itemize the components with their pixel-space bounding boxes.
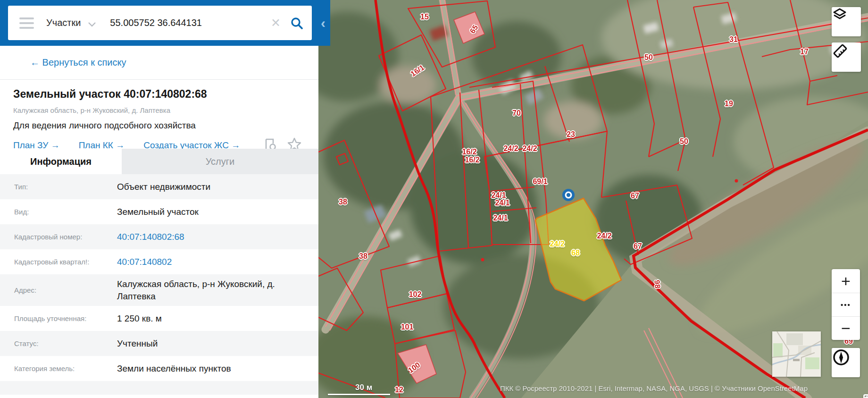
row-value: Земли населённых пунктов bbox=[117, 359, 245, 379]
row-label: Тип: bbox=[0, 179, 117, 195]
parcel-label-24-1[interactable]: 24/1 bbox=[495, 199, 509, 207]
parcel-label-16-2[interactable]: 16/2 bbox=[465, 156, 479, 164]
panel-tabs: ИнформацияУслуги bbox=[0, 149, 318, 174]
table-row-partial bbox=[0, 381, 318, 395]
ruler-icon bbox=[832, 42, 849, 59]
page-title: Земельный участок 40:07:140802:68 bbox=[13, 88, 305, 101]
chevron-down-icon[interactable] bbox=[88, 22, 96, 27]
overview-minimap[interactable] bbox=[772, 331, 821, 377]
parcel-label-16-2[interactable]: 16/2 bbox=[462, 148, 476, 156]
parcel-label-68[interactable]: 68 bbox=[571, 249, 580, 257]
parcel-label-98[interactable]: 98 bbox=[652, 279, 661, 288]
row-label: Адрес: bbox=[0, 282, 117, 298]
parcel-label-65[interactable]: 65 bbox=[468, 24, 480, 35]
row-value: 1 250 кв. м bbox=[117, 309, 176, 329]
row-value: Учтенный bbox=[117, 334, 172, 354]
parcel-label-17[interactable]: 17 bbox=[800, 48, 809, 56]
menu-icon[interactable] bbox=[19, 17, 34, 29]
tab-услуги[interactable]: Услуги bbox=[122, 149, 318, 174]
row-value: Калужская область, р-н Жуковский, д. Лап… bbox=[117, 274, 318, 306]
parcel-label-23[interactable]: 23 bbox=[567, 130, 575, 139]
parcel-label-102[interactable]: 102 bbox=[409, 290, 422, 299]
row-label: Статус: bbox=[0, 336, 117, 351]
search-result-marker[interactable] bbox=[562, 188, 575, 202]
more-tools-button[interactable]: ••• bbox=[832, 293, 860, 316]
row-label: Вид: bbox=[0, 204, 117, 220]
attributes-table: Тип:Объект недвижимостиВид:Земельный уча… bbox=[0, 174, 318, 395]
map-attribution: ПКК © Росреестр 2010-2021 | Esri, Interm… bbox=[500, 384, 808, 392]
search-icon[interactable] bbox=[290, 17, 303, 30]
table-row: Кадастровый квартал!:40:07:140802 bbox=[0, 249, 318, 274]
table-row: Тип:Объект недвижимости bbox=[0, 174, 318, 199]
parcel-label-24-2[interactable]: 24/2 bbox=[522, 144, 537, 153]
minimap-graphic bbox=[772, 331, 821, 377]
back-row: ← Вернуться к списку bbox=[0, 46, 318, 80]
collapse-panel-button[interactable]: ‹ bbox=[316, 0, 330, 46]
layers-button[interactable] bbox=[832, 7, 861, 36]
parcel-label-24-2[interactable]: 24/2 bbox=[503, 144, 518, 153]
tab-информация[interactable]: Информация bbox=[0, 149, 122, 174]
table-row: Вид:Земельный участок bbox=[0, 199, 318, 224]
parcel-label-100[interactable]: 100 bbox=[407, 361, 422, 375]
info-panel: Участки ✕ ‹ ← Вернуться к списку Земельн… bbox=[0, 0, 318, 398]
parcel-label-24-2[interactable]: 24/2 bbox=[550, 240, 564, 248]
parcel-label-67[interactable]: 67 bbox=[631, 192, 639, 200]
parcel-label-50[interactable]: 50 bbox=[644, 53, 653, 62]
row-value[interactable]: 40:07:140802 bbox=[117, 252, 186, 272]
row-label: Кадастровый квартал!: bbox=[0, 254, 117, 270]
parcel-label-38[interactable]: 38 bbox=[339, 198, 347, 206]
parcel-label-67[interactable]: 67 bbox=[634, 242, 642, 251]
scale-bar: 30 м bbox=[328, 383, 390, 395]
parcel-label-101[interactable]: 101 bbox=[401, 323, 414, 331]
parcel-label-38[interactable]: 38 bbox=[359, 252, 367, 261]
search-category-selector[interactable]: Участки bbox=[46, 17, 81, 28]
zoom-controls: + ••• − bbox=[832, 269, 860, 340]
parcel-label-50[interactable]: 50 bbox=[680, 137, 688, 146]
compass-icon bbox=[832, 348, 851, 367]
table-row: Кадастровый номер:40:07:140802:68 bbox=[0, 224, 318, 249]
search-header: Участки ✕ ‹ bbox=[0, 0, 330, 46]
row-label: Категория земель: bbox=[0, 361, 117, 376]
permitted-use-text: Для ведения личного подсобного хозяйства bbox=[13, 120, 305, 131]
parcel-label-70[interactable]: 70 bbox=[512, 109, 521, 118]
app-window: 156516/150311719702316/216/224/224/25069… bbox=[0, 0, 868, 398]
table-row: Категория земель:Земли населённых пункто… bbox=[0, 356, 318, 381]
table-row: Площадь уточненная:1 250 кв. м bbox=[0, 306, 318, 331]
parcel-label-15[interactable]: 15 bbox=[420, 13, 429, 21]
parcel-label-12[interactable]: 12 bbox=[395, 386, 403, 394]
search-input[interactable] bbox=[109, 17, 267, 29]
parcel-label-69-1[interactable]: 69/1 bbox=[533, 178, 547, 186]
clear-search-icon[interactable]: ✕ bbox=[271, 16, 281, 30]
parcel-summary: Земельный участок 40:07:140802:68 Калужс… bbox=[0, 80, 318, 153]
parcel-label-16-1[interactable]: 16/1 bbox=[409, 63, 426, 78]
row-value: Земельный участок bbox=[117, 202, 213, 222]
parcel-address-subtitle: Калужская область, р-н Жуковский, д. Лап… bbox=[13, 106, 305, 114]
row-label: Кадастровый номер: bbox=[0, 229, 117, 245]
scale-label: 30 м bbox=[355, 383, 390, 392]
parcel-label-31[interactable]: 31 bbox=[729, 35, 738, 44]
map-canvas[interactable]: 156516/150311719702316/216/224/224/25069… bbox=[318, 0, 868, 398]
search-bar: Участки ✕ bbox=[8, 6, 312, 40]
back-to-list-link[interactable]: ← Вернуться к списку bbox=[30, 57, 126, 68]
parcel-label-24-1[interactable]: 24/1 bbox=[493, 214, 508, 222]
compass-button[interactable] bbox=[832, 348, 860, 377]
row-value: Объект недвижимости bbox=[117, 177, 225, 197]
zoom-out-button[interactable]: − bbox=[832, 316, 860, 340]
row-label: Площадь уточненная: bbox=[0, 311, 117, 326]
parcel-label-24-2[interactable]: 24/2 bbox=[597, 232, 611, 240]
scale-line bbox=[328, 394, 390, 395]
ruler-button[interactable] bbox=[832, 42, 861, 72]
layers-icon bbox=[832, 7, 848, 23]
extent-window-icon[interactable] bbox=[863, 394, 868, 398]
table-row: Статус:Учтенный bbox=[0, 331, 318, 356]
row-value[interactable]: 40:07:140802:68 bbox=[117, 227, 199, 247]
back-arrow-icon: ← bbox=[30, 57, 40, 68]
table-row: Адрес:Калужская область, р-н Жуковский, … bbox=[0, 274, 318, 306]
zoom-in-button[interactable]: + bbox=[832, 269, 860, 293]
parcel-label-19[interactable]: 19 bbox=[725, 100, 733, 108]
